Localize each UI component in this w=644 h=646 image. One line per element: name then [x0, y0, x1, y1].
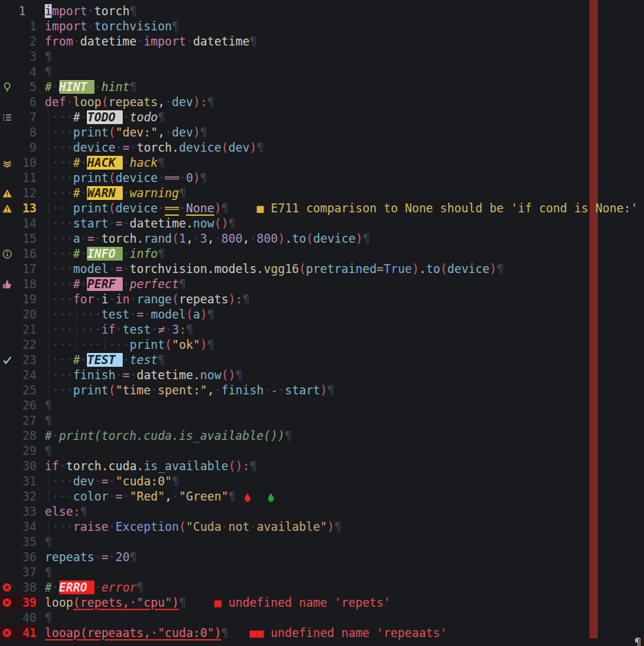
token: ¶ — [80, 505, 87, 518]
code-text[interactable]: ¶ — [37, 443, 52, 458]
code-text[interactable]: │···model·=·torchvision.models.vgg16(pre… — [37, 261, 504, 276]
code-line[interactable]: 1import·torch¶ — [0, 3, 644, 19]
code-line[interactable]: 23│···#·TEST ·test¶ — [0, 352, 644, 367]
code-line[interactable]: 10│···#·HACK ·hack¶ — [0, 155, 644, 170]
code-text[interactable]: │···│···if·test·≠·3:¶ — [37, 322, 193, 337]
buffer[interactable]: 1import·torch¶1import·torchvision¶2from·… — [0, 0, 644, 640]
token: · — [123, 110, 130, 124]
code-text[interactable]: ¶ — [37, 610, 52, 625]
code-line[interactable]: 38#·ERRO ·error¶ — [0, 580, 644, 595]
check-icon — [0, 352, 14, 367]
code-line[interactable]: 1import·torchvision¶ — [0, 19, 644, 34]
token: device — [115, 201, 157, 215]
code-text[interactable]: ¶ — [37, 565, 52, 580]
code-text[interactable]: ¶ — [37, 413, 52, 428]
token: ··· — [52, 292, 73, 306]
code-line[interactable]: 14│···start·=·datetime.now()¶ — [0, 216, 644, 231]
code-text[interactable]: │···device·=·torch.device(dev)¶ — [37, 140, 263, 155]
diagnostic-text: undefined name 'repets' — [221, 596, 391, 609]
code-line[interactable]: 26¶ — [0, 398, 644, 413]
code-line[interactable]: 3¶ — [0, 49, 644, 64]
code-line[interactable]: 32│···color·=·"Red",·"Green"¶ — [0, 489, 644, 504]
code-text[interactable]: else:¶ — [37, 504, 87, 519]
code-text[interactable]: loop(repets,·"cpu")¶ ■ undefined name 'r… — [37, 595, 391, 610]
code-line[interactable]: 24│···finish·=·datetime.now()¶ — [0, 367, 644, 383]
code-text[interactable]: import·torch¶ — [37, 3, 137, 19]
token: ··· — [52, 232, 73, 245]
token: ) — [228, 368, 235, 382]
code-line[interactable]: 30if·torch.cuda.is_available():¶ — [0, 458, 644, 474]
code-text[interactable]: │···raise·Exception("Cuda·not·available"… — [37, 519, 341, 534]
code-text[interactable]: │···#·WARN ·warning¶ — [37, 185, 186, 201]
code-line[interactable]: 40¶ — [0, 610, 644, 625]
code-text[interactable]: #·ERRO ·error¶ — [37, 580, 143, 595]
code-line[interactable]: 25│···print("time·spent:",·finish·-·star… — [0, 383, 644, 398]
code-text[interactable]: │···dev·=·"cuda:0"¶ — [37, 474, 179, 489]
code-line[interactable]: 15│···a·=·torch.rand(1,·3,·800,·800).to(… — [0, 231, 644, 246]
code-line[interactable]: 21│···│···if·test·≠·3:¶ — [0, 322, 644, 337]
code-line[interactable]: 37¶ — [0, 565, 644, 580]
code-line[interactable]: 4¶ — [0, 64, 644, 79]
code-text[interactable]: #·HINT ·hint¶ — [37, 79, 137, 94]
code-line[interactable]: 35¶ — [0, 534, 644, 549]
code-line[interactable]: 36repeats·=·20¶ — [0, 549, 644, 565]
code-line[interactable]: 5#·HINT ·hint¶ — [0, 79, 644, 94]
code-line[interactable]: 34│···raise·Exception("Cuda·not·availabl… — [0, 519, 644, 534]
code-line[interactable]: 41looap(repeaats,·"cuda:0")¶ ■■ undefine… — [0, 625, 644, 640]
code-text[interactable]: repeats·=·20¶ — [37, 549, 137, 565]
code-text[interactable]: │···#·TEST ·test¶ — [37, 352, 165, 367]
code-line[interactable]: 20│···│···test·=·model(a)¶ — [0, 307, 644, 322]
code-text[interactable]: from·datetime·import·datetime¶ — [37, 34, 256, 49]
code-line[interactable]: 7│···#·TODO ·todo¶ — [0, 110, 644, 125]
gutter: 24 — [0, 367, 37, 383]
code-line[interactable]: 39loop(repets,·"cpu")¶ ■ undefined name … — [0, 595, 644, 610]
code-text[interactable]: │···print("time·spent:",·finish·-·start)… — [37, 383, 334, 398]
code-text[interactable]: │···#·PERF ·perfect¶ — [37, 276, 186, 292]
code-text[interactable]: │···color·=·"Red",·"Green"¶ — [37, 489, 276, 504]
code-line[interactable]: 29¶ — [0, 443, 644, 458]
code-line[interactable]: 18│···#·PERF ·perfect¶ — [0, 276, 644, 292]
code-text[interactable]: if·torch.cuda.is_available():¶ — [37, 458, 256, 474]
code-text[interactable]: def·loop(repeats,·dev):¶ — [37, 94, 214, 110]
code-line[interactable]: 2from·datetime·import·datetime¶ — [0, 34, 644, 49]
code-line[interactable]: 19│···for·i·in·range(repeats):¶ — [0, 292, 644, 307]
token: , — [243, 232, 250, 245]
token: ¶ — [130, 4, 137, 18]
code-line[interactable]: 27¶ — [0, 413, 644, 428]
code-line[interactable]: 28#·print(torch.cuda.is_available())¶ — [0, 428, 644, 443]
code-text[interactable]: │···start·=·datetime.now()¶ — [37, 216, 236, 231]
code-text[interactable]: #·print(torch.cuda.is_available())¶ — [37, 428, 292, 443]
code-text[interactable]: ¶ — [37, 49, 52, 64]
code-text[interactable]: │···│···│···print("ok")¶ — [37, 337, 214, 352]
token: ( — [172, 232, 179, 245]
code-text[interactable]: │···print(device·══·None)¶ ■ E711 compar… — [37, 201, 638, 216]
code-text[interactable]: ¶ — [37, 64, 52, 79]
sign-column — [0, 322, 14, 337]
code-text[interactable]: import·torchvision¶ — [37, 19, 179, 34]
token: · — [80, 186, 87, 200]
code-text[interactable]: │···print(device·══·0)¶ — [37, 170, 208, 185]
code-line[interactable]: 31│···dev·=·"cuda:0"¶ — [0, 474, 644, 489]
code-line[interactable]: 22│···│···│···print("ok")¶ — [0, 337, 644, 352]
code-text[interactable]: looap(repeaats,·"cuda:0")¶ ■■ undefined … — [37, 625, 447, 640]
code-text[interactable]: │···for·i·in·range(repeats):¶ — [37, 292, 250, 307]
code-text[interactable]: ¶ — [37, 398, 52, 413]
token: models — [214, 262, 256, 276]
code-line[interactable]: 16│···#·INFO ·info¶ — [0, 246, 644, 261]
code-line[interactable]: 11│···print(device·══·0)¶ — [0, 170, 644, 185]
code-line[interactable]: 13│···print(device·══·None)¶ ■ E711 comp… — [0, 201, 644, 216]
code-text[interactable]: ¶ — [37, 534, 52, 549]
code-line[interactable]: 17│···model·=·torchvision.models.vgg16(p… — [0, 261, 644, 276]
code-text[interactable]: │···#·INFO ·info¶ — [37, 246, 165, 261]
code-text[interactable]: │···a·=·torch.rand(1,·3,·800,·800).to(de… — [37, 231, 370, 246]
code-line[interactable]: 6def·loop(repeats,·dev):¶ — [0, 94, 644, 110]
code-text[interactable]: │···#·HACK ·hack¶ — [37, 155, 165, 170]
code-line[interactable]: 9│···device·=·torch.device(dev)¶ — [0, 140, 644, 155]
code-text[interactable]: │···│···test·=·model(a)¶ — [37, 307, 214, 322]
code-line[interactable]: 8│···print("dev:",·dev)¶ — [0, 125, 644, 140]
code-text[interactable]: │···print("dev:",·dev)¶ — [37, 125, 208, 140]
code-text[interactable]: │···finish·=·datetime.now()¶ — [37, 367, 243, 383]
code-line[interactable]: 12│···#·WARN ·warning¶ — [0, 185, 644, 201]
code-text[interactable]: │···#·TODO ·todo¶ — [37, 110, 165, 125]
code-line[interactable]: 33else:¶ — [0, 504, 644, 519]
